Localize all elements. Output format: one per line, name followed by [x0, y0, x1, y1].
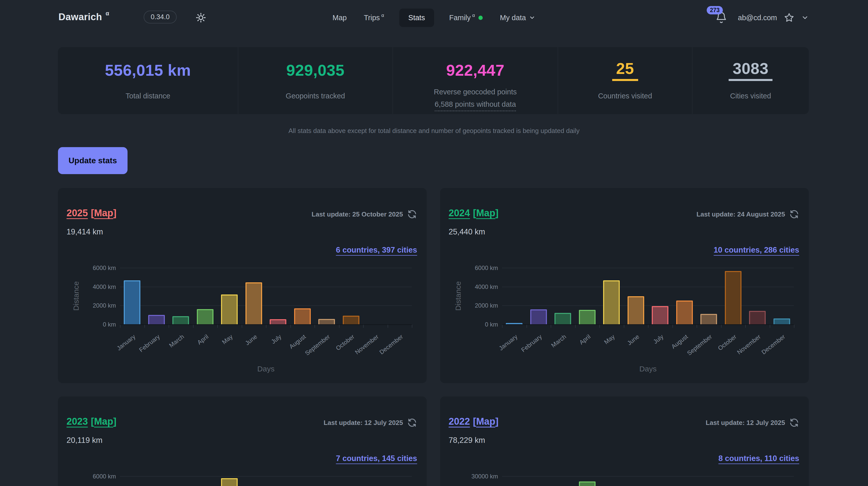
stat-cities-visited: 3083 Cities visited	[692, 47, 809, 114]
x-tick-mark	[502, 325, 502, 328]
bracket: [	[91, 208, 94, 218]
x-tick-mark	[363, 325, 364, 328]
last-update-text: Last update: 25 October 2025	[311, 210, 403, 218]
user-email: ab@cd.com	[738, 13, 777, 22]
nav-stats[interactable]: Stats	[399, 8, 434, 27]
refresh-icon[interactable]	[407, 418, 417, 428]
x-tick-label: September	[686, 333, 713, 357]
x-tick-mark	[242, 325, 242, 328]
countries-cities-link[interactable]: 7 countries, 145 cities	[336, 454, 417, 463]
x-tick-mark	[266, 325, 267, 328]
bar-April	[579, 310, 595, 324]
bracket: ]	[113, 416, 117, 427]
x-tick-label: February	[520, 333, 543, 353]
nav-trips[interactable]: Trips α	[362, 8, 386, 27]
year-link-2025[interactable]: 2025	[66, 208, 88, 219]
bracket: [	[91, 416, 94, 427]
countries-visited-value: 25	[612, 59, 638, 81]
account-chevron-down-icon[interactable]	[801, 14, 809, 22]
bar-February	[148, 315, 165, 324]
refresh-icon[interactable]	[789, 209, 799, 219]
x-tick-mark	[193, 325, 193, 328]
cities-visited-value: 3083	[728, 59, 773, 81]
year-distance: 19,414 km	[66, 227, 103, 236]
y-tick-label: 6000 km	[440, 264, 498, 271]
year-title-2023: 2023 [Map]	[66, 416, 117, 427]
gridline	[120, 476, 412, 477]
x-tick-label: June	[626, 333, 641, 347]
nav-map[interactable]: Map	[331, 8, 348, 27]
brand: Dawarich α	[59, 11, 109, 23]
countries-cities-link[interactable]: 6 countries, 397 cities	[336, 246, 417, 255]
geopoints-value: 929,035	[286, 61, 344, 79]
year-card-2024: 2024 [Map] Last update: 24 August 2025 2…	[440, 188, 809, 383]
map-link-2022[interactable]: [Map]	[473, 416, 498, 427]
bar-July	[270, 319, 286, 324]
year-distance: 25,440 km	[448, 227, 485, 236]
year-link-2022[interactable]: 2022	[448, 416, 470, 427]
bar-November	[749, 311, 766, 324]
x-tick-mark	[696, 325, 697, 328]
x-tick-mark	[624, 325, 624, 328]
favorite-star-icon[interactable]	[783, 12, 795, 23]
bar-December	[774, 318, 790, 324]
map-link-label[interactable]: Map	[94, 208, 113, 218]
last-update-text: Last update: 24 August 2025	[696, 210, 785, 218]
bar-January	[506, 323, 523, 324]
countries-cities-link[interactable]: 10 countries, 286 cities	[714, 246, 799, 255]
x-tick-label: November	[736, 333, 762, 356]
year-title-2025: 2025 [Map]	[66, 208, 117, 219]
refresh-icon[interactable]	[789, 418, 799, 428]
bracket: ]	[495, 208, 498, 218]
map-link-2024[interactable]: [Map]	[473, 208, 498, 219]
x-tick-label: January	[116, 333, 137, 352]
nav-trips-label: Trips	[364, 13, 380, 22]
nav-my-data[interactable]: My data	[498, 8, 537, 27]
last-update-row: Last update: 24 August 2025	[696, 209, 799, 219]
gridline	[502, 305, 794, 306]
points-without-data[interactable]: 6,588 points without data	[435, 100, 516, 111]
stats-overview-panel: 556,015 km Total distance 929,035 Geopoi…	[58, 47, 809, 114]
map-link-2023[interactable]: [Map]	[91, 416, 117, 427]
map-link-label[interactable]: Map	[476, 208, 495, 218]
version-badge: 0.34.0	[144, 10, 177, 24]
year-title-2024: 2024 [Map]	[448, 208, 498, 219]
header-right: 273 ab@cd.com	[715, 0, 809, 35]
x-tick-label: November	[353, 333, 380, 356]
last-update-row: Last update: 12 July 2025	[706, 418, 799, 428]
total-distance-value: 556,015 km	[105, 61, 191, 79]
nav-family[interactable]: Family α	[447, 8, 485, 27]
bar-October	[343, 316, 360, 324]
y-axis-title: Distance	[72, 281, 81, 311]
reverse-geocoded-value: 922,447	[446, 61, 504, 79]
map-link-label[interactable]: Map	[476, 416, 495, 427]
update-stats-button[interactable]: Update stats	[58, 147, 127, 174]
x-tick-mark	[745, 325, 746, 328]
map-link-2025[interactable]: [Map]	[91, 208, 117, 219]
stat-reverse-geocoded: 922,447 Reverse geocoded points 6,588 po…	[393, 47, 558, 114]
nav-my-data-label: My data	[500, 13, 526, 22]
year-link-2023[interactable]: 2023	[66, 416, 88, 427]
bar-January	[124, 280, 141, 324]
x-tick-label: September	[304, 333, 332, 357]
chevron-down-icon	[529, 15, 535, 21]
x-tick-mark	[145, 325, 145, 328]
bar-May	[603, 280, 620, 324]
x-tick-mark	[794, 325, 795, 328]
x-tick-label: October	[716, 333, 738, 352]
last-update-text: Last update: 12 July 2025	[323, 419, 403, 427]
x-tick-mark	[339, 325, 340, 328]
theme-toggle-sun-icon[interactable]	[195, 12, 207, 23]
x-tick-mark	[412, 325, 412, 328]
map-link-label[interactable]: Map	[94, 416, 113, 427]
x-tick-mark	[527, 325, 527, 328]
gridline	[502, 324, 794, 325]
year-link-2024[interactable]: 2024	[448, 208, 470, 219]
bar-March	[555, 313, 571, 324]
countries-cities-link[interactable]: 8 countries, 110 cities	[718, 454, 799, 463]
distance-bar-chart-2023: 6000 kmJanuaryFebruaryMarchAprilMayJuneJ…	[58, 396, 427, 486]
notifications-bell-icon[interactable]: 273	[715, 11, 727, 24]
last-update-row: Last update: 12 July 2025	[323, 418, 417, 428]
refresh-icon[interactable]	[407, 209, 417, 219]
x-tick-label: August	[288, 333, 307, 350]
